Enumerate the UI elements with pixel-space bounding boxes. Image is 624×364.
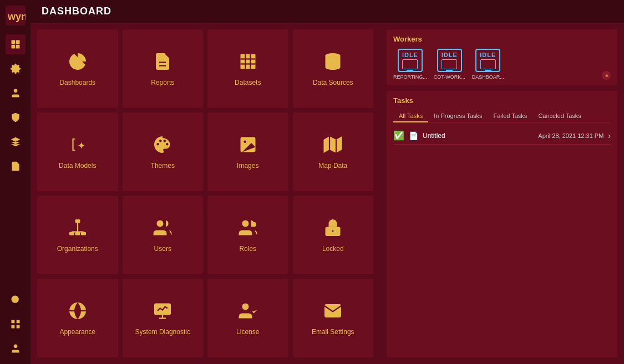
task-row-0: ✅ 📄 Untitled April 28, 2021 12:31 PM › [393,127,611,145]
svg-point-44 [332,230,334,232]
workers-title: Workers [393,35,611,43]
tile-data-sources[interactable]: Data Sources [293,29,374,108]
tile-data-models[interactable]: [✦] Data Models [37,112,118,191]
tasks-tabs: All Tasks In Progress Tasks Failed Tasks… [393,110,611,122]
page-title: DASHBOARD [42,6,111,17]
tile-themes[interactable]: Themes [123,112,204,191]
roles-icon [238,218,258,240]
app-logo[interactable]: wyn [6,6,26,25]
tile-datasets-label: Datasets [235,79,261,86]
tile-users[interactable]: Users [123,196,204,274]
tile-locked-label: Locked [322,245,344,253]
tile-appearance[interactable]: Appearance [37,279,118,357]
users-icon [153,218,173,240]
svg-point-42 [251,222,256,227]
worker-monitor-1 [442,59,457,69]
document-icon [153,52,173,74]
worker-item-1[interactable]: IDLE COT-WORK... [434,49,465,80]
globe-icon [68,301,88,324]
worker-monitor-0 [402,59,418,69]
task-name-0: Untitled [423,132,534,140]
svg-point-40 [157,220,164,227]
worker-status-2: IDLE [480,52,496,58]
sidebar-item-shield[interactable] [6,107,26,127]
tile-appearance-label: Appearance [59,328,95,336]
svg-point-27 [164,140,166,142]
tile-email-settings[interactable]: Email Settings [293,279,374,357]
task-arrow-0[interactable]: › [608,131,611,140]
image-icon [238,135,258,157]
tab-failed[interactable]: Failed Tasks [488,110,532,122]
tab-canceled[interactable]: Canceled Tasks [532,110,586,122]
sidebar: wyn [0,0,31,364]
org-icon [68,218,88,240]
tile-reports-label: Reports [151,79,174,86]
svg-point-9 [11,296,18,303]
tile-license[interactable]: License [207,279,288,357]
tile-license-label: License [236,328,259,336]
worker-name-2: DASHBOAR... [472,74,504,80]
database-icon [323,52,343,74]
worker-name-0: REPORTING... [393,74,427,80]
pie-icon [68,52,88,74]
worker-item-2[interactable]: IDLE DASHBOAR... [472,49,504,80]
sidebar-item-layers[interactable] [6,132,26,152]
sidebar-item-dashboard[interactable] [6,34,26,54]
sidebar-item-document[interactable] [6,156,26,176]
tile-map-data[interactable]: Map Data [293,112,374,191]
right-panel: Workers IDLE REPORTING... IDLE [380,23,624,364]
worker-badge-2: IDLE [475,49,500,72]
tab-in-progress[interactable]: In Progress Tasks [428,110,488,122]
sidebar-item-profile[interactable] [6,339,26,358]
svg-point-28 [166,143,169,146]
svg-text:⊕: ⊕ [605,74,608,78]
license-icon [238,301,258,324]
tile-system-diagnostic[interactable]: System Diagnostic [123,279,204,357]
tile-data-models-label: Data Models [59,162,96,170]
palette-icon [153,135,173,157]
svg-rect-12 [16,320,19,324]
svg-rect-14 [16,325,19,329]
tile-users-label: Users [154,245,171,253]
tile-email-settings-label: Email Settings [312,328,354,336]
svg-rect-5 [16,45,19,49]
content-area: Dashboards Reports [31,23,624,364]
tile-dashboards-label: Dashboards [59,79,95,86]
svg-marker-31 [324,136,342,153]
task-date-0: April 28, 2021 12:31 PM [538,132,603,139]
worker-status-0: IDLE [402,52,418,58]
workers-expand-button[interactable]: ⊕ [602,71,611,80]
tile-datasets[interactable]: Datasets [207,29,288,108]
main-area: DASHBOARD Dashboards [31,0,624,364]
sidebar-item-grid[interactable] [6,314,26,334]
svg-rect-2 [11,40,15,44]
tile-system-diagnostic-label: System Diagnostic [135,328,190,336]
tasks-section: Tasks All Tasks In Progress Tasks Failed… [387,91,617,357]
tasks-title: Tasks [393,96,611,105]
worker-badge-1: IDLE [437,49,462,72]
tile-locked[interactable]: Locked [293,196,374,274]
sidebar-item-user[interactable] [6,83,26,103]
tile-reports[interactable]: Reports [123,29,204,108]
tile-organizations[interactable]: Organizations [37,196,118,274]
svg-rect-13 [11,325,14,329]
map-icon [323,135,343,157]
tile-roles-label: Roles [239,245,256,253]
svg-point-50 [242,303,248,310]
svg-point-41 [242,220,248,227]
svg-text:wyn: wyn [7,11,26,22]
workers-section: Workers IDLE REPORTING... IDLE [387,29,617,85]
tab-all-tasks[interactable]: All Tasks [393,110,428,122]
tile-roles[interactable]: Roles [207,196,288,274]
tile-images[interactable]: Images [207,112,288,191]
tile-data-sources-label: Data Sources [313,79,353,86]
sidebar-item-settings[interactable] [6,59,26,79]
worker-item-0[interactable]: IDLE REPORTING... [393,49,427,80]
svg-point-26 [159,140,162,142]
tile-dashboards[interactable]: Dashboards [37,29,118,108]
sidebar-item-search[interactable] [6,290,26,310]
table-icon [238,52,258,74]
svg-rect-3 [16,40,19,44]
header: DASHBOARD [31,0,624,23]
locked-icon [323,218,343,240]
